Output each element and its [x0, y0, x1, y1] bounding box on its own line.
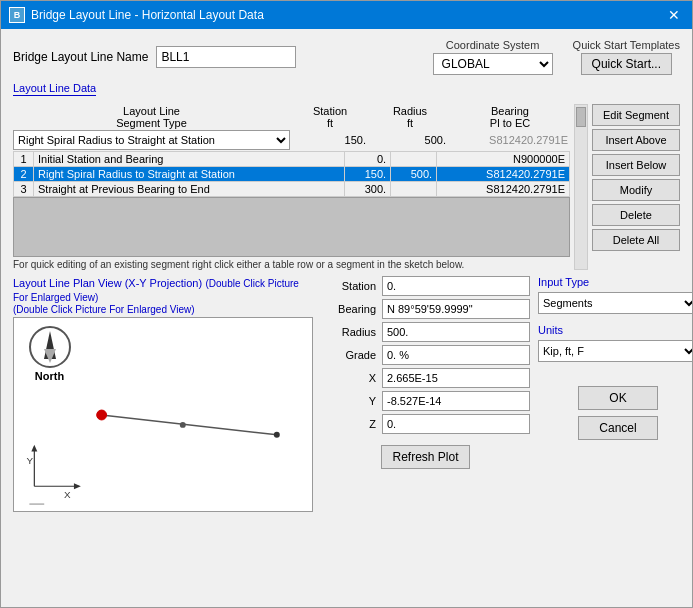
field-row-grade: Grade: [321, 345, 530, 365]
z-input[interactable]: [382, 414, 530, 434]
cancel-button[interactable]: Cancel: [578, 416, 658, 440]
bearing-label: Bearing: [321, 303, 376, 315]
plan-view-canvas[interactable]: North: [13, 317, 313, 512]
segment-dropdown[interactable]: Right Spiral Radius to Straight at Stati…: [13, 130, 290, 150]
station-input[interactable]: [382, 276, 530, 296]
cell-bearing: S812420.2791E: [437, 182, 570, 197]
input-type-select[interactable]: Segments: [538, 292, 692, 314]
dropdown-radius-val: 500.: [370, 134, 450, 146]
layout-line-section: Layout LineSegment Type Stationft Radius…: [13, 104, 680, 270]
cell-bearing: N900000E: [437, 152, 570, 167]
hint-text: For quick editing of an existing segment…: [13, 259, 570, 270]
dropdown-row: Right Spiral Radius to Straight at Stati…: [13, 130, 570, 150]
units-select[interactable]: Kip, ft, F: [538, 340, 692, 362]
coord-system-group: Coordinate System GLOBAL: [433, 39, 553, 75]
delete-all-button[interactable]: Delete All: [592, 229, 680, 251]
delete-button[interactable]: Delete: [592, 204, 680, 226]
cell-segment: Initial Station and Bearing: [34, 152, 345, 167]
insert-above-button[interactable]: Insert Above: [592, 129, 680, 151]
main-window: B Bridge Layout Line - Horizontal Layout…: [0, 0, 693, 608]
svg-text:X: X: [64, 489, 71, 500]
svg-point-2: [274, 432, 280, 438]
cell-radius: [391, 182, 437, 197]
y-label: Y: [321, 395, 376, 407]
col-header-bearing: BearingPl to EC: [450, 105, 570, 129]
radius-label: Radius: [321, 326, 376, 338]
z-label: Z: [321, 418, 376, 430]
dropdown-bearing-val: S812420.2791E: [450, 134, 570, 146]
col-header-radius: Radiusft: [370, 105, 450, 129]
ok-cancel-area: OK Cancel: [538, 386, 692, 440]
plan-view-labels: Layout Line Plan View (X-Y Projection) (…: [13, 276, 313, 304]
cell-station: 150.: [345, 167, 391, 182]
input-type-label: Input Type: [538, 276, 692, 288]
field-row-station: Station: [321, 276, 530, 296]
plan-view: Layout Line Plan View (X-Y Projection) (…: [13, 276, 313, 597]
scrollbar-thumb[interactable]: [576, 107, 586, 127]
input-type-group: Input Type Segments Units Kip, ft, F OK …: [538, 276, 692, 597]
field-row-radius: Radius: [321, 322, 530, 342]
field-row-bearing: Bearing: [321, 299, 530, 319]
grade-label: Grade: [321, 349, 376, 361]
plot-svg: Y X: [14, 318, 312, 511]
close-button[interactable]: ✕: [664, 7, 684, 23]
units-label: Units: [538, 324, 692, 336]
radius-input[interactable]: [382, 322, 530, 342]
table-gray-area: [13, 197, 570, 257]
table-header-row: Layout LineSegment Type Stationft Radius…: [13, 104, 570, 130]
window-title: Bridge Layout Line - Horizontal Layout D…: [31, 8, 264, 22]
y-input[interactable]: [382, 391, 530, 411]
dropdown-station-val: 150.: [290, 134, 370, 146]
top-row: Bridge Layout Line Name Coordinate Syste…: [13, 39, 680, 75]
svg-marker-7: [31, 445, 37, 452]
plan-view-dbl-click[interactable]: (Double Click Picture For Enlarged View): [13, 304, 313, 315]
svg-line-0: [102, 415, 277, 435]
refresh-plot-button[interactable]: Refresh Plot: [381, 445, 469, 469]
bridge-name-label: Bridge Layout Line Name: [13, 50, 148, 64]
edit-segment-button[interactable]: Edit Segment: [592, 104, 680, 126]
coord-system-label: Coordinate System: [446, 39, 540, 51]
cell-radius: 500.: [391, 167, 437, 182]
insert-below-button[interactable]: Insert Below: [592, 154, 680, 176]
col-header-station: Stationft: [290, 105, 370, 129]
col-header-segment: Layout LineSegment Type: [13, 105, 290, 129]
cell-station: 300.: [345, 182, 391, 197]
table-scrollbar[interactable]: [574, 104, 588, 270]
cell-station: 0.: [345, 152, 391, 167]
field-row-z: Z: [321, 414, 530, 434]
title-bar: B Bridge Layout Line - Horizontal Layout…: [1, 1, 692, 29]
quick-start-group: Quick Start Templates Quick Start...: [573, 39, 680, 75]
quick-start-label: Quick Start Templates: [573, 39, 680, 51]
cell-segment: Straight at Previous Bearing to End: [34, 182, 345, 197]
field-row-y: Y: [321, 391, 530, 411]
x-input[interactable]: [382, 368, 530, 388]
bottom-section: Layout Line Plan View (X-Y Projection) (…: [13, 276, 680, 597]
grade-input[interactable]: [382, 345, 530, 365]
table-row[interactable]: 3 Straight at Previous Bearing to End 30…: [14, 182, 570, 197]
bearing-input[interactable]: [382, 299, 530, 319]
start-point: [97, 410, 107, 420]
table-row[interactable]: 1 Initial Station and Bearing 0. N900000…: [14, 152, 570, 167]
cell-radius: [391, 152, 437, 167]
quick-start-button[interactable]: Quick Start...: [581, 53, 672, 75]
coord-system-select[interactable]: GLOBAL: [433, 53, 553, 75]
layout-table-area: Layout LineSegment Type Stationft Radius…: [13, 104, 570, 270]
svg-text:Y: Y: [26, 455, 33, 466]
svg-point-1: [180, 422, 186, 428]
layout-line-section-label: Layout Line Data: [13, 81, 680, 98]
cell-bearing: S812420.2791E: [437, 167, 570, 182]
app-icon: B: [9, 7, 25, 23]
modify-button[interactable]: Modify: [592, 179, 680, 201]
side-buttons: Edit Segment Insert Above Insert Below M…: [592, 104, 680, 270]
bridge-name-input[interactable]: [156, 46, 296, 68]
table-row[interactable]: 2 Right Spiral Radius to Straight at Sta…: [14, 167, 570, 182]
cell-segment: Right Spiral Radius to Straight at Stati…: [34, 167, 345, 182]
svg-marker-8: [74, 483, 81, 489]
x-label: X: [321, 372, 376, 384]
field-row-x: X: [321, 368, 530, 388]
station-label: Station: [321, 280, 376, 292]
layout-table: 1 Initial Station and Bearing 0. N900000…: [13, 151, 570, 197]
fields-area: Station Bearing Radius Grade X: [321, 276, 530, 597]
bridge-name-group: Bridge Layout Line Name: [13, 46, 296, 68]
ok-button[interactable]: OK: [578, 386, 658, 410]
